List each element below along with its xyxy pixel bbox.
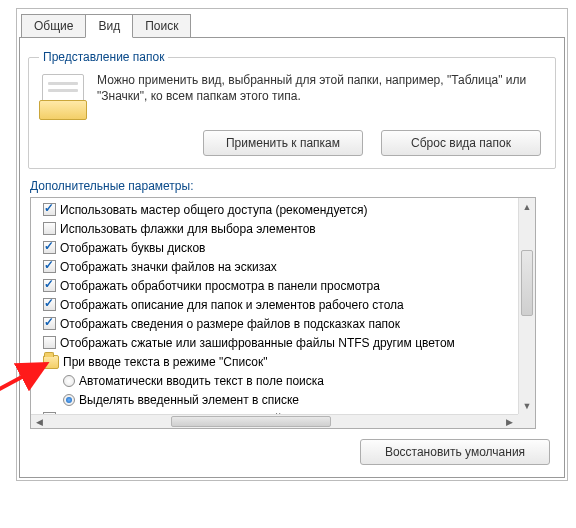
checkbox-icon[interactable] — [43, 298, 56, 311]
vertical-scrollbar[interactable]: ▲ ▼ — [518, 198, 535, 414]
tree-item-label: Использовать мастер общего доступа (реко… — [60, 203, 367, 217]
advanced-settings-label: Дополнительные параметры: — [30, 179, 556, 193]
scrollbar-corner — [518, 414, 535, 428]
tree-item-label: При вводе текста в режиме "Список" — [63, 355, 268, 369]
tree-item-label: Отображать буквы дисков — [60, 241, 205, 255]
scroll-down-icon[interactable]: ▼ — [519, 397, 535, 414]
checkbox-icon[interactable] — [43, 222, 56, 235]
tree-item-7[interactable]: Отображать сжатые или зашифрованные файл… — [35, 333, 517, 352]
scroll-left-icon[interactable]: ◀ — [31, 415, 48, 429]
advanced-settings-tree: Использовать мастер общего доступа (реко… — [30, 197, 536, 429]
radio-icon[interactable] — [63, 394, 75, 406]
tab-general[interactable]: Общие — [21, 14, 86, 38]
tree-item-9[interactable]: Автоматически вводить текст в поле поиск… — [35, 371, 517, 390]
folder-views-group: Представление папок Можно применить вид,… — [28, 50, 556, 169]
tree-item-label: Отображать сведения о размере файлов в п… — [60, 317, 400, 331]
tree-item-4[interactable]: Отображать обработчики просмотра в панел… — [35, 276, 517, 295]
checkbox-icon[interactable] — [43, 241, 56, 254]
tree-item-10[interactable]: Выделять введенный элемент в списке — [35, 390, 517, 409]
tree-item-label: Отображать описание для папок и элементо… — [60, 298, 404, 312]
folder-preview-icon — [39, 72, 87, 120]
tree-item-2[interactable]: Отображать буквы дисков — [35, 238, 517, 257]
tab-strip: Общие Вид Поиск — [21, 14, 565, 38]
radio-icon[interactable] — [63, 375, 75, 387]
tree-item-6[interactable]: Отображать сведения о размере файлов в п… — [35, 314, 517, 333]
tab-body-view: Представление папок Можно применить вид,… — [19, 37, 565, 478]
tree-item-5[interactable]: Отображать описание для папок и элементо… — [35, 295, 517, 314]
checkbox-icon[interactable] — [43, 203, 56, 216]
folder-icon — [43, 355, 59, 369]
tree-item-3[interactable]: Отображать значки файлов на эскизах — [35, 257, 517, 276]
folder-options-dialog: Общие Вид Поиск Представление папок Можн… — [16, 8, 568, 481]
scroll-right-icon[interactable]: ▶ — [501, 415, 518, 429]
restore-defaults-button[interactable]: Восстановить умолчания — [360, 439, 550, 465]
checkbox-icon[interactable] — [43, 336, 56, 349]
tree-item-0[interactable]: Использовать мастер общего доступа (реко… — [35, 200, 517, 219]
checkbox-icon[interactable] — [43, 260, 56, 273]
apply-to-folders-button[interactable]: Применить к папкам — [203, 130, 363, 156]
folder-views-description: Можно применить вид, выбранный для этой … — [97, 72, 545, 104]
tree-item-1[interactable]: Использовать флажки для выбора элементов — [35, 219, 517, 238]
scroll-up-icon[interactable]: ▲ — [519, 198, 535, 215]
horizontal-scroll-thumb[interactable] — [171, 416, 331, 427]
reset-folders-button[interactable]: Сброс вида папок — [381, 130, 541, 156]
checkbox-icon[interactable] — [43, 279, 56, 292]
tree-item-label: Автоматически вводить текст в поле поиск… — [79, 374, 324, 388]
horizontal-scrollbar[interactable]: ◀ ▶ — [31, 414, 535, 428]
tab-search[interactable]: Поиск — [132, 14, 191, 38]
checkbox-icon[interactable] — [43, 317, 56, 330]
tree-item-label: Отображать обработчики просмотра в панел… — [60, 279, 380, 293]
tab-view[interactable]: Вид — [85, 14, 133, 38]
tree-item-label: Отображать сжатые или зашифрованные файл… — [60, 336, 455, 350]
tree-viewport: Использовать мастер общего доступа (реко… — [31, 198, 517, 414]
tree-item-label: Использовать флажки для выбора элементов — [60, 222, 316, 236]
vertical-scroll-thumb[interactable] — [521, 250, 533, 316]
tree-item-label: Отображать значки файлов на эскизах — [60, 260, 277, 274]
folder-views-legend: Представление папок — [39, 50, 168, 64]
tree-item-label: Выделять введенный элемент в списке — [79, 393, 299, 407]
tree-item-8: При вводе текста в режиме "Список" — [35, 352, 517, 371]
